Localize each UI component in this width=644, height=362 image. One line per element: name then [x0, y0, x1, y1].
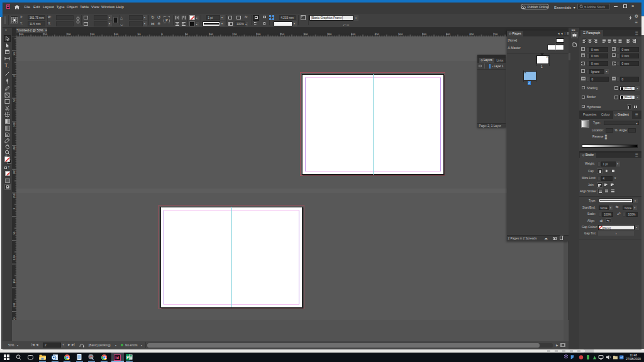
svg-text:50: 50 — [13, 231, 16, 234]
svg-text:250: 250 — [280, 33, 285, 36]
svg-text:100: 100 — [13, 122, 16, 127]
svg-text:200: 200 — [67, 33, 72, 36]
svg-text:100: 100 — [13, 255, 16, 260]
svg-text:600: 600 — [446, 33, 451, 36]
svg-text:150: 150 — [13, 278, 16, 283]
svg-text:100: 100 — [209, 33, 214, 36]
svg-text:250: 250 — [43, 33, 48, 36]
svg-text:200: 200 — [13, 302, 16, 307]
svg-text:650: 650 — [470, 33, 475, 36]
svg-text:50: 50 — [13, 98, 16, 101]
svg-text:250: 250 — [13, 193, 16, 198]
svg-text:550: 550 — [422, 33, 427, 36]
svg-text:450: 450 — [375, 33, 380, 36]
svg-text:150: 150 — [90, 33, 95, 36]
svg-text:P: P — [126, 355, 130, 359]
svg-text:100: 100 — [114, 33, 119, 36]
svg-text:200: 200 — [13, 169, 16, 174]
svg-text:50: 50 — [13, 52, 16, 55]
svg-text:150: 150 — [13, 145, 16, 150]
svg-text:500: 500 — [399, 33, 404, 36]
svg-text:200: 200 — [256, 33, 261, 36]
svg-text:350: 350 — [327, 33, 332, 36]
svg-text:300: 300 — [304, 33, 309, 36]
svg-text:700: 700 — [493, 33, 498, 36]
svg-text:50: 50 — [185, 33, 188, 36]
svg-text:400: 400 — [351, 33, 356, 36]
svg-text:150: 150 — [233, 33, 238, 36]
svg-text:50: 50 — [138, 33, 141, 36]
svg-text:300: 300 — [19, 33, 24, 36]
